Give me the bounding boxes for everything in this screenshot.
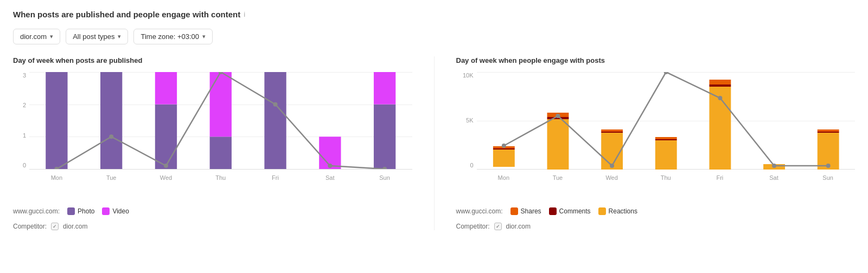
svg-rect-28 bbox=[655, 137, 676, 139]
svg-rect-30 bbox=[709, 84, 731, 87]
svg-rect-20 bbox=[547, 119, 569, 170]
reactions-legend-dot bbox=[598, 207, 606, 215]
right-competitor-value: dior.com bbox=[506, 223, 531, 230]
day-sun-left: Sun bbox=[374, 174, 395, 181]
svg-point-11 bbox=[109, 134, 113, 139]
reactions-legend-label: Reactions bbox=[609, 207, 637, 215]
comments-legend-label: Comments bbox=[559, 207, 591, 215]
comments-legend-item: Comments bbox=[549, 207, 591, 215]
svg-rect-6 bbox=[264, 72, 286, 169]
right-chart-title: Day of week when people engage with post… bbox=[456, 56, 856, 64]
day-fri-right: Fri bbox=[709, 174, 731, 181]
day-sat-left: Sat bbox=[319, 174, 341, 181]
charts-row: Day of week when posts are published 3 2… bbox=[13, 56, 855, 230]
left-competitor-value: dior.com bbox=[63, 223, 87, 230]
svg-rect-1 bbox=[100, 72, 122, 169]
left-competitor-label: Competitor: bbox=[13, 223, 47, 230]
video-legend-item: Video bbox=[102, 207, 129, 215]
left-legend-source: www.gucci.com: bbox=[13, 207, 60, 215]
y-label-2: 2 bbox=[13, 102, 29, 108]
left-competitor-checkbox[interactable]: ✓ bbox=[51, 223, 59, 230]
y-label-3: 3 bbox=[13, 72, 29, 79]
svg-rect-34 bbox=[817, 132, 839, 133]
y-label-1: 1 bbox=[13, 132, 29, 139]
day-thu-right: Thu bbox=[655, 174, 676, 181]
svg-rect-24 bbox=[601, 132, 623, 133]
left-chart-section: Day of week when posts are published 3 2… bbox=[13, 56, 434, 230]
day-tue-right: Tue bbox=[547, 174, 569, 181]
left-competitor-check: ✓ bbox=[53, 224, 57, 229]
right-legend-row: www.gucci.com: Shares Comments Reactions bbox=[456, 207, 856, 215]
svg-point-12 bbox=[164, 164, 168, 168]
right-chart-svg bbox=[477, 72, 856, 170]
right-competitor-row: Competitor: ✓ dior.com bbox=[456, 223, 856, 230]
info-icon: i bbox=[244, 10, 245, 18]
day-mon-left: Mon bbox=[46, 174, 67, 181]
y-axis-left: 3 2 1 0 bbox=[13, 72, 29, 170]
domain-value: dior.com bbox=[20, 32, 47, 41]
photo-legend-label: Photo bbox=[78, 207, 94, 215]
svg-rect-0 bbox=[46, 72, 67, 169]
day-tue-left: Tue bbox=[100, 174, 122, 181]
day-sun-right: Sun bbox=[817, 174, 839, 181]
day-mon-right: Mon bbox=[493, 174, 514, 181]
timezone-filter[interactable]: Time zone: +03:00 ▾ bbox=[133, 29, 213, 44]
photo-legend-item: Photo bbox=[67, 207, 94, 215]
x-axis-right: Mon Tue Wed Thu Fri Sat Sun bbox=[477, 174, 856, 181]
right-chart-section: Day of week when people engage with post… bbox=[434, 56, 856, 230]
svg-point-37 bbox=[556, 114, 560, 118]
svg-rect-25 bbox=[601, 129, 623, 132]
shares-legend-label: Shares bbox=[521, 207, 541, 215]
shares-legend-dot bbox=[510, 207, 518, 215]
x-axis-left: Mon Tue Wed Thu Fri Sat Sun bbox=[29, 174, 412, 181]
day-sat-right: Sat bbox=[763, 174, 785, 181]
post-type-value: All post types bbox=[73, 32, 114, 41]
svg-point-36 bbox=[501, 144, 506, 148]
right-chart-container: 10K 5K 0 bbox=[456, 72, 856, 191]
domain-filter[interactable]: dior.com ▾ bbox=[13, 29, 60, 44]
right-competitor-checkbox[interactable]: ✓ bbox=[494, 223, 502, 230]
svg-point-14 bbox=[273, 102, 278, 107]
reactions-legend-item: Reactions bbox=[598, 207, 637, 215]
right-competitor-label: Competitor: bbox=[456, 223, 490, 230]
post-type-chevron: ▾ bbox=[118, 33, 121, 40]
left-competitor-row: Competitor: ✓ dior.com bbox=[13, 223, 412, 230]
y-axis-right: 10K 5K 0 bbox=[456, 72, 477, 170]
filters-row: dior.com ▾ All post types ▾ Time zone: +… bbox=[13, 29, 855, 44]
right-competitor-check: ✓ bbox=[496, 224, 500, 229]
y-label-10k: 10K bbox=[456, 72, 477, 79]
y-label-0k: 0 bbox=[456, 162, 477, 168]
svg-rect-8 bbox=[374, 105, 395, 169]
svg-point-15 bbox=[328, 164, 332, 168]
svg-rect-2 bbox=[155, 105, 177, 169]
svg-point-41 bbox=[772, 164, 776, 168]
svg-rect-5 bbox=[210, 72, 232, 136]
left-chart-title: Day of week when posts are published bbox=[13, 56, 412, 64]
svg-rect-35 bbox=[817, 129, 839, 132]
video-legend-label: Video bbox=[112, 207, 129, 215]
photo-legend-dot bbox=[67, 207, 75, 215]
svg-point-38 bbox=[610, 164, 614, 168]
svg-rect-4 bbox=[210, 136, 232, 169]
shares-legend-item: Shares bbox=[510, 207, 541, 215]
y-label-5k: 5K bbox=[456, 117, 477, 123]
day-wed-right: Wed bbox=[601, 174, 623, 181]
svg-rect-17 bbox=[493, 150, 514, 167]
timezone-chevron: ▾ bbox=[202, 33, 206, 40]
domain-chevron: ▾ bbox=[50, 33, 53, 40]
svg-rect-26 bbox=[655, 140, 676, 170]
page-title: When posts are published and people enga… bbox=[13, 10, 855, 19]
day-wed-left: Wed bbox=[155, 174, 177, 181]
svg-point-40 bbox=[718, 96, 722, 100]
title-text: When posts are published and people enga… bbox=[13, 10, 240, 19]
left-legend-row: www.gucci.com: Photo Video bbox=[13, 207, 412, 215]
svg-rect-27 bbox=[655, 139, 676, 140]
post-type-filter[interactable]: All post types ▾ bbox=[66, 29, 128, 44]
left-chart-container: 3 2 1 0 bbox=[13, 72, 412, 191]
svg-point-42 bbox=[826, 164, 830, 168]
svg-rect-31 bbox=[709, 80, 731, 84]
video-legend-dot bbox=[102, 207, 110, 215]
timezone-value: Time zone: +03:00 bbox=[141, 32, 199, 41]
svg-rect-3 bbox=[155, 72, 177, 105]
left-chart-svg bbox=[29, 72, 412, 169]
